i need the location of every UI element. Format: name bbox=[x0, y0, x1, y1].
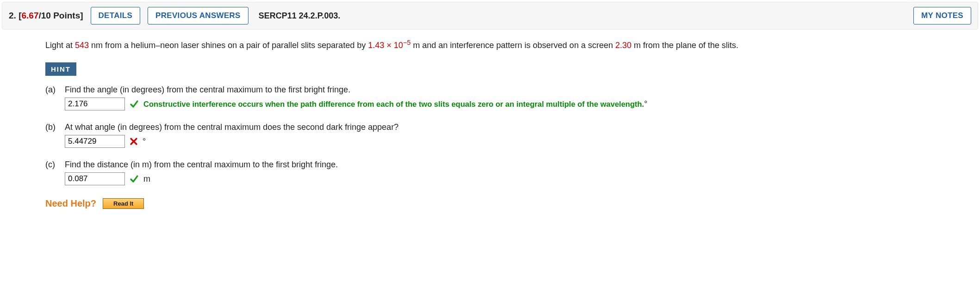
points-suffix: Points] bbox=[51, 11, 83, 20]
screen-distance-value: 2.30 bbox=[615, 41, 632, 50]
part-label: (a) bbox=[45, 85, 58, 95]
check-icon bbox=[130, 174, 139, 183]
prompt-text: nm from a helium–neon laser shines on a … bbox=[89, 41, 368, 50]
part-b: (b) At what angle (in degrees) from the … bbox=[45, 122, 980, 148]
check-icon bbox=[130, 99, 139, 109]
score-max: 10 bbox=[41, 11, 51, 20]
need-help-row: Need Help? Read It bbox=[45, 198, 980, 209]
answer-input-c[interactable] bbox=[65, 172, 125, 185]
sep-base: 1.43 × 10 bbox=[368, 41, 403, 50]
prompt-text: Light at bbox=[45, 41, 75, 50]
part-a: (a) Find the angle (in degrees) from the… bbox=[45, 85, 980, 110]
prompt-text: m and an interference pattern is observe… bbox=[410, 41, 615, 50]
need-help-label: Need Help? bbox=[45, 198, 96, 209]
part-label: (c) bbox=[45, 160, 58, 170]
x-icon bbox=[130, 137, 138, 146]
question-header: 2. [6.67/10 Points] DETAILS PREVIOUS ANS… bbox=[2, 2, 978, 30]
part-question: Find the distance (in m) from the centra… bbox=[65, 160, 338, 170]
unit-degree: ° bbox=[644, 99, 647, 109]
previous-answers-button[interactable]: PREVIOUS ANSWERS bbox=[148, 7, 248, 24]
assignment-id: SERCP11 24.2.P.003. bbox=[259, 11, 341, 21]
wavelength-value: 543 bbox=[75, 41, 89, 50]
part-c: (c) Find the distance (in m) from the ce… bbox=[45, 160, 980, 185]
points-label: 2. [6.67/10 Points] bbox=[9, 11, 83, 21]
prompt-text: m from the plane of the slits. bbox=[632, 41, 738, 50]
question-prompt: Light at 543 nm from a helium–neon laser… bbox=[45, 38, 980, 51]
feedback-msg: Constructive interference occurs when th… bbox=[143, 100, 644, 108]
answer-input-b[interactable] bbox=[65, 135, 125, 148]
score-earned: 6.67 bbox=[21, 11, 38, 20]
sep-exp: −5 bbox=[403, 39, 410, 46]
details-button[interactable]: DETAILS bbox=[91, 7, 141, 24]
question-number: 2. bbox=[9, 11, 16, 20]
separation-value: 1.43 × 10−5 bbox=[368, 41, 410, 50]
answer-input-a[interactable] bbox=[65, 98, 125, 110]
feedback-text: Constructive interference occurs when th… bbox=[143, 99, 647, 109]
unit-m: m bbox=[143, 174, 150, 184]
read-it-button[interactable]: Read It bbox=[103, 198, 144, 209]
part-label: (b) bbox=[45, 122, 58, 132]
part-question: Find the angle (in degrees) from the cen… bbox=[65, 85, 350, 95]
hint-button[interactable]: HINT bbox=[45, 62, 76, 76]
question-body: Light at 543 nm from a helium–neon laser… bbox=[0, 38, 980, 209]
my-notes-button[interactable]: MY NOTES bbox=[913, 7, 971, 24]
part-question: At what angle (in degrees) from the cent… bbox=[65, 122, 398, 132]
unit-degree: ° bbox=[143, 137, 146, 146]
